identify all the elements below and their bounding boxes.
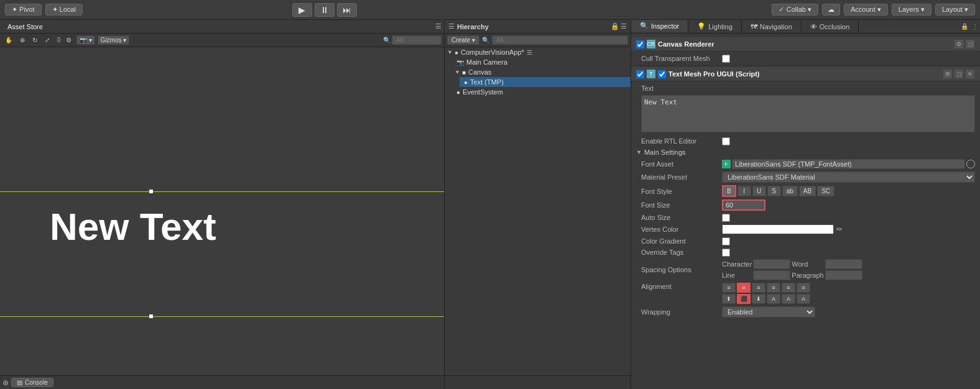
pause-button[interactable]: ⏸: [315, 3, 335, 17]
scene-view[interactable]: New Text: [0, 47, 444, 375]
lowercase-button[interactable]: ab: [782, 186, 798, 196]
text-textarea[interactable]: New Text: [641, 95, 975, 132]
alignment-row-2: ⬆ ⬛ ⬇ A A A: [722, 294, 810, 304]
vertex-color-picker-btn[interactable]: ✏: [836, 225, 843, 234]
guide-line-horizontal-top: [0, 191, 444, 192]
local-button[interactable]: ✦ Local: [45, 4, 83, 16]
hierarchy-item[interactable]: ▼ ■ Canvas: [452, 67, 631, 77]
override-tags-label: Override Tags: [641, 249, 722, 256]
tab-lighting[interactable]: 💡 Lighting: [688, 20, 742, 33]
canvas-renderer-checkbox[interactable]: [636, 40, 644, 48]
asset-store-tab[interactable]: Asset Store: [2, 22, 48, 32]
align-center-btn[interactable]: ≡: [737, 283, 751, 293]
override-tags-checkbox[interactable]: [722, 249, 730, 257]
word-input[interactable]: 0: [825, 259, 862, 269]
hierarchy-item-selected[interactable]: ● Text (TMP): [460, 77, 631, 87]
font-asset-input[interactable]: LiberationSans SDF (TMP_FontAsset): [732, 159, 965, 169]
inspector-lock-btn[interactable]: 🔒: [959, 22, 970, 30]
align-baseline-top-btn[interactable]: A: [767, 294, 780, 304]
component-settings-btn[interactable]: ⚙: [954, 39, 964, 49]
scale-tool[interactable]: ⤢: [42, 36, 52, 44]
align-justify-btn[interactable]: ≡: [767, 283, 780, 293]
align-justify-center-btn[interactable]: ≡: [782, 283, 795, 293]
rtl-checkbox[interactable]: [722, 137, 730, 145]
enable-rtl-row: Enable RTL Editor: [631, 135, 980, 147]
separator: [631, 65, 980, 66]
color-gradient-checkbox[interactable]: [722, 237, 730, 245]
cull-label: Cull Transparent Mesh: [641, 55, 722, 62]
layers-button[interactable]: Layers ▾: [892, 4, 931, 16]
component-expand-btn[interactable]: ◻: [965, 39, 975, 49]
spacing-options-row: Spacing Options Character 0 Word 0 Line …: [631, 258, 980, 281]
canvas-renderer-icon: CR: [647, 40, 655, 48]
hierarchy-icon: ☰: [448, 22, 455, 30]
play-button[interactable]: ▶: [292, 3, 312, 17]
tmp-settings-btn[interactable]: ⚙: [943, 69, 953, 79]
camera-icon: 📷: [80, 37, 87, 43]
hierarchy-search-input[interactable]: [492, 35, 628, 45]
auto-size-checkbox[interactable]: [722, 214, 730, 222]
paragraph-input[interactable]: 0: [825, 270, 862, 280]
underline-button[interactable]: U: [752, 186, 766, 196]
cull-checkbox[interactable]: [722, 55, 730, 63]
wrapping-dropdown[interactable]: Enabled: [722, 306, 815, 318]
bold-button[interactable]: B: [722, 185, 736, 197]
tmp-close-btn[interactable]: ✕: [965, 69, 975, 79]
main-settings-header[interactable]: ▼ Main Settings: [631, 147, 980, 158]
character-input[interactable]: 0: [753, 259, 790, 269]
layout-button[interactable]: Layout ▾: [935, 4, 975, 16]
hierarchy-menu-btn[interactable]: ☰: [621, 22, 627, 30]
check-icon: ✓: [779, 6, 784, 14]
console-tab[interactable]: ▤ Console: [11, 378, 53, 387]
text-label-row: Text: [631, 83, 980, 94]
text-icon: ●: [464, 79, 468, 86]
camera-dropdown[interactable]: 📷 ▾: [76, 35, 95, 45]
move-tool[interactable]: ⊕: [17, 36, 27, 44]
step-button[interactable]: ⏭: [337, 3, 357, 17]
strikethrough-button[interactable]: S: [767, 186, 781, 196]
tmp-checkbox[interactable]: [636, 70, 644, 78]
hierarchy-lock-btn[interactable]: 🔒: [611, 22, 619, 30]
tmp-expand-btn[interactable]: ◻: [954, 69, 964, 79]
hierarchy-item[interactable]: 📷 Main Camera: [452, 57, 631, 67]
account-button[interactable]: Account ▾: [844, 4, 888, 16]
cloud-button[interactable]: ☁: [822, 4, 840, 16]
font-size-input[interactable]: 60: [722, 199, 765, 211]
tab-occlusion[interactable]: 👁 Occlusion: [802, 20, 859, 33]
tab-navigation[interactable]: 🗺 Navigation: [742, 20, 802, 33]
italic-button[interactable]: I: [737, 186, 751, 196]
inspector-icon: 🔍: [640, 22, 649, 30]
scene-search-input[interactable]: [392, 35, 441, 45]
tab-inspector[interactable]: 🔍 Inspector: [631, 20, 688, 33]
align-top-btn[interactable]: ⬆: [722, 294, 736, 304]
create-button[interactable]: Create ▾: [447, 35, 479, 45]
uppercase-button[interactable]: AB: [799, 186, 816, 196]
hierarchy-actions: 🔒 ☰: [611, 22, 627, 30]
vertex-color-label: Vertex Color: [641, 226, 722, 233]
arrow-icon: ▼: [455, 69, 460, 75]
hierarchy-item[interactable]: ● EventSystem: [452, 87, 631, 97]
settings-icon[interactable]: ⚙: [63, 36, 74, 44]
align-baseline-bottom-btn[interactable]: A: [797, 294, 810, 304]
font-asset-select-btn[interactable]: [966, 160, 975, 168]
hand-tool[interactable]: ✋: [2, 36, 15, 44]
align-middle-btn[interactable]: ⬛: [737, 294, 751, 304]
pivot-button[interactable]: ✦ Pivot: [5, 4, 42, 16]
vertex-color-swatch[interactable]: [722, 224, 834, 234]
align-justify-right-btn[interactable]: ≡: [797, 283, 810, 293]
line-input[interactable]: 0: [753, 270, 790, 280]
collab-button[interactable]: ✓ Collab ▾: [772, 4, 818, 16]
smallcaps-button[interactable]: SC: [817, 186, 834, 196]
align-baseline-btn[interactable]: A: [782, 294, 795, 304]
gizmos-dropdown[interactable]: Gizmos ▾: [98, 35, 130, 45]
align-right-btn[interactable]: ≡: [752, 283, 765, 293]
inspector-more-btn[interactable]: ⋮: [970, 22, 980, 30]
align-left-btn[interactable]: ≡: [722, 283, 736, 293]
rotate-tool[interactable]: ↻: [30, 36, 40, 44]
align-bottom-btn[interactable]: ⬇: [752, 294, 765, 304]
tmp-enable-checkbox[interactable]: [658, 70, 666, 78]
scene-tabs: Asset Store ☰: [0, 20, 444, 34]
material-preset-dropdown[interactable]: LiberationSans SDF Material: [722, 172, 975, 183]
scene-menu-btn[interactable]: ☰: [435, 22, 441, 30]
hierarchy-item[interactable]: ▼ ● ComputerVisionApp* ☰: [445, 47, 631, 57]
